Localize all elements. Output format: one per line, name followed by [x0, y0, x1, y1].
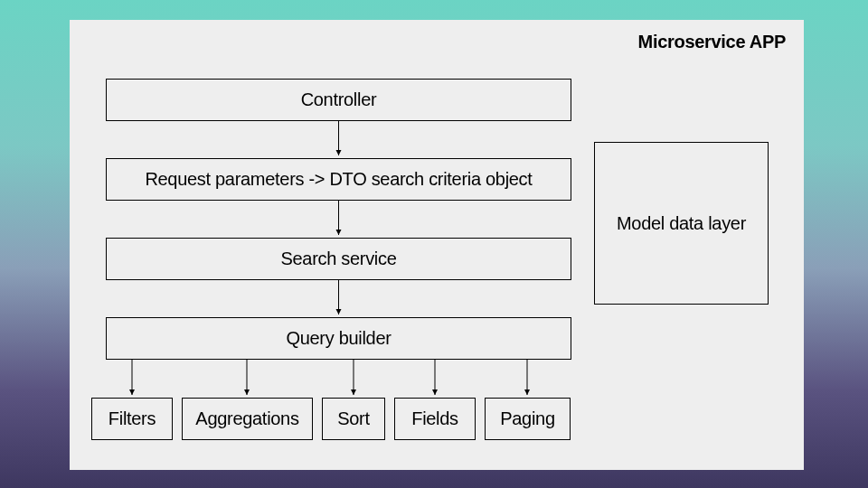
- box-fields-label: Fields: [411, 408, 458, 429]
- box-sort-label: Sort: [337, 408, 369, 429]
- panel-title: Microservice APP: [638, 32, 786, 52]
- box-paging: Paging: [485, 398, 571, 440]
- box-model-data-layer-label: Model data layer: [617, 213, 746, 234]
- box-fields: Fields: [394, 398, 476, 440]
- box-dto-label: Request parameters -> DTO search criteri…: [145, 169, 532, 190]
- box-dto: Request parameters -> DTO search criteri…: [106, 158, 571, 201]
- box-filters-label: Filters: [108, 408, 156, 429]
- box-search-service: Search service: [106, 238, 571, 280]
- box-controller: Controller: [106, 79, 571, 121]
- box-aggregations-label: Aggregations: [195, 408, 298, 429]
- box-query-builder-label: Query builder: [286, 328, 391, 349]
- box-model-data-layer: Model data layer: [594, 142, 769, 305]
- box-controller-label: Controller: [301, 89, 377, 110]
- diagram-panel: Microservice APP Controller Request para…: [70, 20, 804, 470]
- box-sort: Sort: [322, 398, 385, 440]
- box-aggregations: Aggregations: [182, 398, 313, 440]
- box-query-builder: Query builder: [106, 317, 571, 360]
- box-paging-label: Paging: [500, 408, 554, 429]
- box-search-service-label: Search service: [280, 249, 396, 269]
- box-filters: Filters: [91, 398, 173, 440]
